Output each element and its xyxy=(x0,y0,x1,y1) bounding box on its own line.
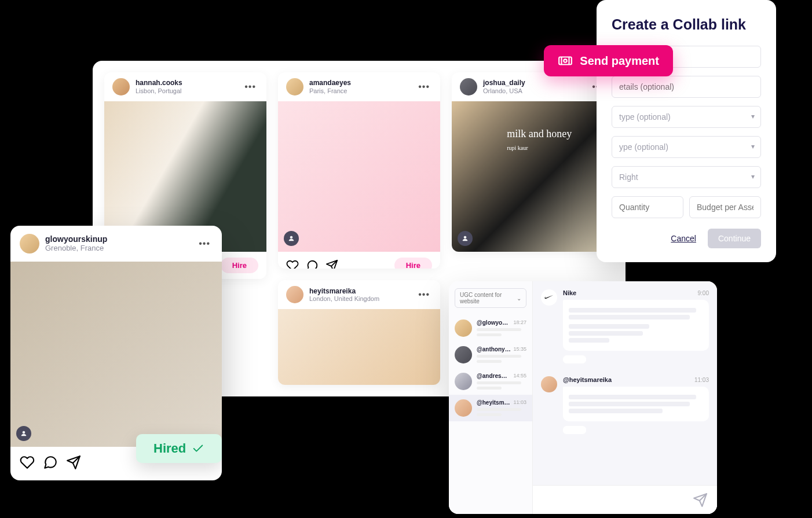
send-payment-button[interactable]: Send payment xyxy=(544,45,673,76)
avatar xyxy=(455,399,472,417)
collab-modal: Create a Collab link type (optional) ype… xyxy=(597,0,776,262)
more-icon[interactable]: ••• xyxy=(196,238,213,249)
compose-bar[interactable] xyxy=(533,485,717,514)
collab-quantity-input[interactable] xyxy=(612,196,683,218)
svg-point-3 xyxy=(23,431,25,433)
chat-sidebar: UGC content for website ⌄ @glowyoursk...… xyxy=(449,281,533,514)
hire-button[interactable]: Hire xyxy=(221,258,258,273)
post-location: Orlando, USA xyxy=(483,87,584,94)
person-badge-icon[interactable] xyxy=(284,231,299,246)
more-icon[interactable]: ••• xyxy=(242,82,258,92)
nike-swoosh-icon xyxy=(543,292,555,303)
contact-item[interactable]: @andresmora...14:55 xyxy=(449,368,532,395)
post-location: Lisbon, Portugal xyxy=(136,87,236,94)
hired-label: Hired xyxy=(153,441,186,456)
post-card: amandaeyes Paris, France ••• Hire xyxy=(278,72,440,269)
chat-filter-select[interactable]: UGC content for website ⌄ xyxy=(455,288,526,308)
post-username[interactable]: heyitsmareika xyxy=(309,288,410,295)
chat-thread: Nike9:00 @heyitsmareika11:03 xyxy=(533,281,717,514)
post-card: joshua_daily Orlando, USA ••• milk and h… xyxy=(452,72,614,252)
feed-column: amandaeyes Paris, France ••• Hire xyxy=(278,72,440,385)
avatar xyxy=(455,346,472,363)
skeleton-line xyxy=(477,413,502,416)
post-username[interactable]: joshua_daily xyxy=(483,79,584,87)
message-bubble xyxy=(563,387,709,421)
contact-item[interactable]: @heyitsmareika11:03 xyxy=(449,395,532,421)
post-image[interactable] xyxy=(278,101,440,252)
book-author: rupi kaur xyxy=(507,145,584,151)
heart-icon[interactable] xyxy=(286,259,299,269)
chat-message: @heyitsmareika11:03 xyxy=(541,376,709,436)
skeleton-line xyxy=(477,328,521,331)
contact-item[interactable]: @anthonyjuly15:35 xyxy=(449,341,532,368)
avatar xyxy=(455,373,472,390)
collab-type-select[interactable]: type (optional) xyxy=(612,106,761,128)
profile-image[interactable] xyxy=(10,262,222,447)
book-title: milk and honey xyxy=(507,128,584,140)
post-username[interactable]: amandaeyes xyxy=(309,79,410,87)
avatar[interactable] xyxy=(286,286,303,303)
post-image[interactable]: milk and honey rupi kaur xyxy=(452,101,614,252)
collab-details-input[interactable] xyxy=(612,76,761,98)
person-badge-icon[interactable] xyxy=(458,231,473,246)
message-bubble xyxy=(563,300,709,351)
post-location: Paris, France xyxy=(309,87,410,94)
svg-point-1 xyxy=(290,236,292,238)
skeleton-line xyxy=(477,355,521,358)
check-icon xyxy=(192,442,204,455)
send-icon[interactable] xyxy=(325,259,338,269)
more-icon[interactable]: ••• xyxy=(416,82,432,92)
chevron-down-icon: ⌄ xyxy=(517,295,521,302)
person-badge-icon[interactable] xyxy=(16,426,31,441)
post-location: London, United Kingdom xyxy=(309,295,410,302)
collab-title: Create a Collab link xyxy=(612,16,761,33)
avatar[interactable] xyxy=(20,234,39,254)
post-image[interactable] xyxy=(278,309,440,385)
avatar xyxy=(455,319,472,337)
skeleton-line xyxy=(477,387,502,390)
heart-icon[interactable] xyxy=(20,455,35,470)
hired-badge: Hired xyxy=(136,434,222,463)
avatar xyxy=(541,376,557,392)
hire-button[interactable]: Hire xyxy=(394,258,432,269)
send-message-icon[interactable] xyxy=(693,493,708,508)
skeleton-line xyxy=(477,408,521,411)
chat-panel: UGC content for website ⌄ @glowyoursk...… xyxy=(449,281,717,514)
more-icon[interactable]: ••• xyxy=(416,289,432,300)
avatar[interactable] xyxy=(460,78,477,95)
collab-subtype-select[interactable]: ype (optional) xyxy=(612,136,761,158)
chat-message: Nike9:00 xyxy=(541,289,709,366)
post-card: heyitsmareika London, United Kingdom ••• xyxy=(278,280,440,385)
profile-username[interactable]: glowyourskinup xyxy=(45,235,191,244)
cash-icon xyxy=(558,53,573,68)
continue-button[interactable]: Continue xyxy=(708,229,761,248)
send-icon[interactable] xyxy=(66,455,81,470)
skeleton-line xyxy=(477,381,521,384)
svg-point-2 xyxy=(464,236,466,238)
skeleton-line xyxy=(477,333,502,336)
cancel-button[interactable]: Cancel xyxy=(671,234,696,243)
comment-icon[interactable] xyxy=(43,455,58,470)
post-username[interactable]: hannah.cooks xyxy=(136,79,236,87)
avatar[interactable] xyxy=(112,78,130,95)
comment-icon[interactable] xyxy=(306,259,319,269)
avatar[interactable] xyxy=(286,78,303,95)
avatar xyxy=(541,289,557,306)
collab-rights-select[interactable]: Right xyxy=(612,166,761,188)
collab-budget-input[interactable] xyxy=(689,196,761,218)
svg-point-5 xyxy=(564,59,567,62)
skeleton-line xyxy=(477,360,502,363)
contact-item[interactable]: @glowyoursk...18:27 xyxy=(449,315,532,341)
profile-location: Grenoble, France xyxy=(45,244,191,252)
